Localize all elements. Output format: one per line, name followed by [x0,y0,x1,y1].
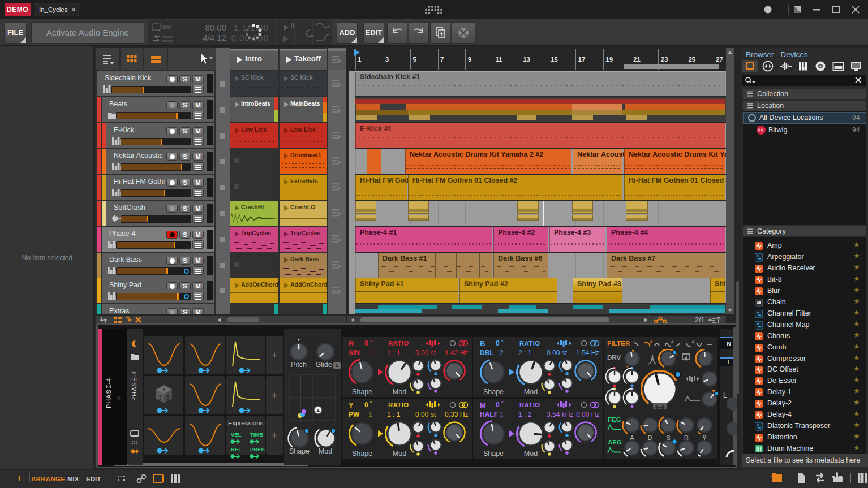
svg-text:4: 4 [671,340,673,344]
svg-text:4: 4 [316,408,319,413]
svg-text:4: 4 [650,340,652,344]
svg-text:4: 4 [692,340,694,344]
